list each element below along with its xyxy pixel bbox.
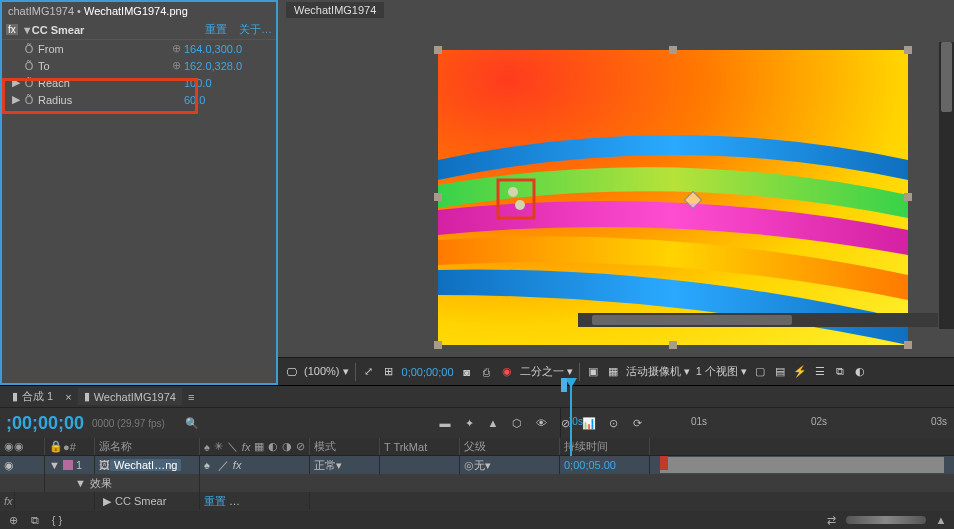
duration-value[interactable]: 0;00;05.00 bbox=[560, 456, 650, 474]
scrollbar-vertical[interactable] bbox=[939, 42, 954, 329]
col-parent[interactable]: 父级 bbox=[460, 438, 560, 455]
switches-icon[interactable]: ⇄ bbox=[824, 513, 838, 527]
current-time[interactable]: 0;00;00;00 bbox=[402, 366, 454, 378]
fast-preview-icon[interactable]: ⚡ bbox=[793, 365, 807, 379]
fx-item-row[interactable]: fx ▶ CC Smear 重置 … bbox=[0, 492, 954, 510]
chevron-right-icon[interactable]: ▶ bbox=[12, 93, 22, 106]
resolution-dropdown[interactable]: 二分之一 ▾ bbox=[520, 364, 573, 379]
monitor-icon[interactable]: 🖵 bbox=[284, 365, 298, 379]
mode-dropdown[interactable]: 正常 bbox=[314, 458, 336, 473]
scrollbar-horizontal[interactable] bbox=[578, 313, 938, 327]
views-dropdown[interactable]: 1 个视图 ▾ bbox=[696, 364, 747, 379]
prop-radius[interactable]: ▶ Õ Radius 60.0 bbox=[2, 91, 276, 108]
layer-index: 1 bbox=[76, 459, 82, 471]
eye-icon[interactable]: ◉ bbox=[4, 440, 14, 453]
toggle-icon[interactable]: ⧉ bbox=[28, 513, 42, 527]
label-icon[interactable]: ● bbox=[63, 441, 70, 453]
layer-name[interactable]: WechatI…ng bbox=[110, 459, 181, 471]
stopwatch-icon[interactable]: Õ bbox=[22, 77, 36, 89]
fx-active-icon[interactable]: fx bbox=[4, 495, 13, 507]
tab-layer[interactable]: ▮ WechatIMG1974 bbox=[78, 388, 182, 405]
transform-handle[interactable] bbox=[434, 46, 442, 54]
timecode[interactable]: ;00;00;00 bbox=[0, 413, 90, 434]
transform-handle[interactable] bbox=[434, 341, 442, 349]
transform-handle[interactable] bbox=[904, 46, 912, 54]
prop-value[interactable]: 164.0,300.0 bbox=[184, 43, 272, 55]
brace-icon[interactable]: { } bbox=[50, 513, 64, 527]
prop-from[interactable]: Õ From ⊕ 164.0,300.0 bbox=[2, 40, 276, 57]
toggle-icon[interactable]: ⊕ bbox=[6, 513, 20, 527]
crosshair-icon[interactable]: ⊕ bbox=[168, 59, 184, 72]
resolution-icon[interactable]: ⤢ bbox=[362, 365, 376, 379]
guides-icon[interactable]: ▦ bbox=[606, 365, 620, 379]
grid-icon[interactable]: ⊞ bbox=[382, 365, 396, 379]
fx-reset-link[interactable]: 重置 bbox=[204, 494, 226, 509]
zoom-out-icon[interactable]: ▲ bbox=[934, 513, 948, 527]
time-ruler[interactable]: )0s 01s 02s 03s bbox=[560, 408, 954, 438]
prop-value[interactable]: 162.0,328.0 bbox=[184, 60, 272, 72]
crosshair-icon[interactable]: ⊕ bbox=[168, 42, 184, 55]
zoom-slider[interactable] bbox=[846, 516, 926, 524]
prop-to[interactable]: Õ To ⊕ 162.0,328.0 bbox=[2, 57, 276, 74]
stopwatch-icon[interactable]: Õ bbox=[22, 94, 36, 106]
snapshot-icon[interactable]: ⎙ bbox=[480, 365, 494, 379]
tool-icon[interactable]: ▲ bbox=[486, 416, 500, 430]
speaker-icon[interactable]: ◉ bbox=[14, 440, 24, 453]
pickwhip-icon[interactable]: ◎ bbox=[464, 459, 474, 472]
tool-icon[interactable]: ✦ bbox=[462, 416, 476, 430]
comp-icon: ▮ bbox=[12, 390, 18, 403]
col-mode[interactable]: 模式 bbox=[310, 438, 380, 455]
shy-icon[interactable]: 👁 bbox=[534, 416, 548, 430]
chevron-down-icon[interactable]: ▼ bbox=[49, 459, 60, 471]
col-trkmat[interactable]: T TrkMat bbox=[380, 438, 460, 455]
transform-handle[interactable] bbox=[434, 193, 442, 201]
canvas[interactable] bbox=[438, 50, 908, 345]
transform-handle[interactable] bbox=[904, 193, 912, 201]
panel-menu-icon[interactable]: ≡ bbox=[188, 391, 194, 403]
transform-handle[interactable] bbox=[669, 46, 677, 54]
prop-value[interactable]: 100.0 bbox=[184, 77, 272, 89]
camera-icon[interactable]: ◙ bbox=[460, 365, 474, 379]
eye-icon[interactable]: ◉ bbox=[4, 459, 14, 472]
mask-icon[interactable]: ◉ bbox=[500, 365, 514, 379]
scrollbar-thumb[interactable] bbox=[941, 42, 952, 112]
transform-handle[interactable] bbox=[669, 341, 677, 349]
camera-dropdown[interactable]: 活动摄像机 ▾ bbox=[626, 364, 690, 379]
search-icon[interactable]: 🔍 bbox=[185, 417, 199, 430]
exposure-icon[interactable]: ◐ bbox=[853, 365, 867, 379]
prop-value[interactable]: 60.0 bbox=[184, 94, 272, 106]
ruler-tick: 02s bbox=[811, 416, 827, 427]
keyframe-marker[interactable] bbox=[660, 456, 668, 470]
parent-dropdown[interactable]: 无 bbox=[474, 458, 485, 473]
col-source[interactable]: 源名称 bbox=[95, 438, 200, 455]
comp-flow-icon[interactable]: ⧉ bbox=[833, 365, 847, 379]
tab-comp1[interactable]: ▮ 合成 1 bbox=[6, 387, 59, 406]
chevron-down-icon[interactable]: ▼ bbox=[22, 24, 32, 36]
chevron-right-icon[interactable]: ▶ bbox=[12, 76, 22, 89]
prop-reach[interactable]: ▶ Õ Reach 100.0 bbox=[2, 74, 276, 91]
region-icon[interactable]: ▣ bbox=[586, 365, 600, 379]
chevron-down-icon[interactable]: ▼ bbox=[75, 477, 86, 489]
effect-header[interactable]: fx ▼ CC Smear 重置 关于… bbox=[2, 20, 276, 40]
prop-label: Reach bbox=[36, 77, 168, 89]
reset-link[interactable]: 重置 bbox=[205, 22, 227, 37]
effects-panel: chatIMG1974 • WechatIMG1974.png fx ▼ CC … bbox=[0, 0, 278, 385]
zoom-dropdown[interactable]: (100%) ▾ bbox=[304, 365, 349, 378]
about-link[interactable]: 关于… bbox=[239, 22, 272, 37]
canvas-area[interactable] bbox=[278, 20, 954, 357]
stopwatch-icon[interactable]: Õ bbox=[22, 60, 36, 72]
tab-label: WechatIMG1974 bbox=[94, 391, 176, 403]
composition-viewer: WechatIMG1974 bbox=[278, 0, 954, 385]
tool-icon[interactable]: ▬ bbox=[438, 416, 452, 430]
timeline-icon[interactable]: ☰ bbox=[813, 365, 827, 379]
lock-icon[interactable]: 🔒 bbox=[49, 440, 63, 453]
toggle-icon[interactable]: ▢ bbox=[753, 365, 767, 379]
label-color[interactable] bbox=[63, 460, 73, 470]
tool-icon[interactable]: ⬡ bbox=[510, 416, 524, 430]
pixel-aspect-icon[interactable]: ▤ bbox=[773, 365, 787, 379]
chevron-right-icon[interactable]: ▶ bbox=[103, 495, 111, 508]
stopwatch-icon[interactable]: Õ bbox=[22, 43, 36, 55]
transform-handle[interactable] bbox=[904, 341, 912, 349]
scrollbar-thumb[interactable] bbox=[592, 315, 792, 325]
viewer-tab[interactable]: WechatIMG1974 bbox=[278, 0, 954, 20]
